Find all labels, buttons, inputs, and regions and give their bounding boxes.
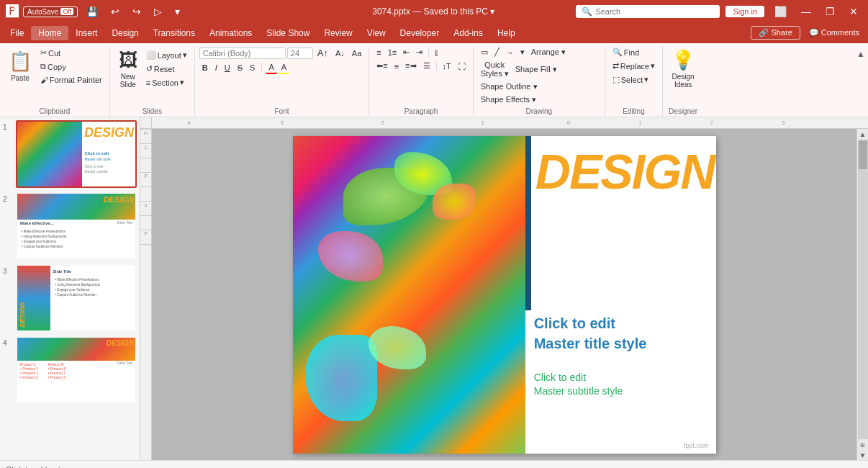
menu-addins[interactable]: Add-ins [446,26,490,40]
design-ideas-button[interactable]: 💡 DesignIdeas [667,46,699,91]
redo-button[interactable]: ↪ [128,4,145,19]
quick-styles-button[interactable]: QuickStyles ▾ [478,59,512,80]
ribbon-collapse[interactable]: ▲ [856,46,868,117]
menu-design[interactable]: Design [104,26,145,40]
share-button[interactable]: 🔗 Share [751,26,800,40]
replace-button[interactable]: ⇄ Replace ▾ [610,60,658,72]
justify-button[interactable]: ☰ [420,60,433,72]
strikethrough-button[interactable]: S [235,62,245,73]
menu-home[interactable]: Home [31,26,68,40]
underline-button[interactable]: U [222,62,233,73]
slide-item-4[interactable]: 4 DESIGN Slide Title Product 1• Product … [3,336,137,404]
menu-help[interactable]: Help [490,26,523,40]
slide-item-2[interactable]: 2 DESIGN Slide Title Make Effective... •… [3,192,137,260]
menu-review[interactable]: Review [317,26,359,40]
comments-button[interactable]: 💬 Comments [803,27,865,39]
shape-outline-button[interactable]: Shape Outline ▾ [478,81,541,93]
decrease-font-button[interactable]: A↓ [333,48,348,59]
autosave-toggle[interactable]: Off [60,8,73,15]
text-direction-btn[interactable]: ↕T [440,60,454,72]
minimize-button[interactable]: — [797,4,815,19]
paste-button[interactable]: 📋 Paste [4,46,36,86]
align-center-button[interactable]: ≡ [392,60,402,72]
slide-item-1[interactable]: 1 DESIGN Click to edit Master title styl… [3,120,137,188]
new-slide-button[interactable]: 🖼 NewSlide [114,46,142,91]
saved-status: — [412,6,423,17]
ruler-mark3: 3 [782,120,785,125]
shape-more-button[interactable]: ▾ [517,46,528,58]
save-button[interactable]: 💾 [82,5,102,19]
shape-fill-button[interactable]: Shape Fill ▾ [512,63,560,76]
autosave-badge[interactable]: AutoSave Off [23,6,78,17]
canvas-area[interactable]: DESIGN Click to edit Master title style … [152,129,856,460]
reset-button[interactable]: ↺ Reset [143,63,190,75]
undo-button[interactable]: ↩ [107,4,124,19]
slide-item-3[interactable]: 3 DESIGN Slide Title • Make Effective Pr… [3,264,137,332]
search-icon: 🔍 [582,6,592,17]
slide-thumb-3[interactable]: DESIGN Slide Title • Make Effective Pres… [16,264,137,332]
menu-file[interactable]: File [3,26,31,40]
select-button[interactable]: ⬚ Select ▾ [610,73,658,86]
slide-thumb-1[interactable]: DESIGN Click to edit Master title style … [16,120,137,188]
canvas-title[interactable]: Click to edit Master title style [534,313,647,354]
decrease-indent-button[interactable]: ⇤ [400,46,412,58]
font-color-button[interactable]: A [266,61,276,74]
format-painter-button[interactable]: 🖌 Format Painter [37,74,105,86]
bold-button[interactable]: B [199,62,211,73]
canvas-subtitle-line2: Master subtitle style [534,384,623,399]
notes-bar[interactable]: Click to add notes [0,460,868,468]
copy-button[interactable]: ⧉ Copy [37,60,105,73]
search-input[interactable] [595,7,714,16]
menu-animations[interactable]: Animations [202,26,259,40]
menu-slideshow[interactable]: Slide Show [259,26,317,40]
format-painter-label: Format Painter [50,76,102,84]
search-box[interactable]: 🔍 [576,5,720,18]
present-button[interactable]: ▷ [150,4,166,19]
increase-font-button[interactable]: A↑ [315,46,331,60]
shape-arrow-button[interactable]: → [503,47,517,58]
font-name-input[interactable] [199,48,286,59]
right-scrollbar[interactable]: ▲ ⊞ ▼ [856,129,868,460]
change-case-button[interactable]: Aa [349,48,364,59]
slide-canvas[interactable]: DESIGN Click to edit Master title style … [293,136,716,454]
cut-button[interactable]: ✂ Cut [37,47,105,59]
scroll-up-button[interactable]: ▲ [858,129,868,139]
slide-panel[interactable]: 1 DESIGN Click to edit Master title styl… [0,117,140,460]
slide-thumb-4[interactable]: DESIGN Slide Title Product 1• Product 1•… [16,336,137,404]
shape-effects-button[interactable]: Shape Effects ▾ [478,94,539,106]
menu-developer[interactable]: Developer [393,26,447,40]
italic-button[interactable]: I [212,62,220,73]
highlight-button[interactable]: A [279,61,289,74]
canvas-subtitle[interactable]: Click to edit Master subtitle style [534,371,623,399]
arrange-button[interactable]: Arrange ▾ [528,46,569,58]
increase-indent-button[interactable]: ⇥ [413,46,425,58]
numbered-list-button[interactable]: 1≡ [385,47,400,58]
zoom-fit-button[interactable]: ⊞ [858,440,868,450]
scroll-track-right[interactable] [858,140,868,439]
restore-button[interactable]: ❐ [821,4,839,19]
layout-button[interactable]: ⬜ Layout ▾ [143,49,190,61]
shape-rect-button[interactable]: ▭ [478,46,491,58]
shape-line-button[interactable]: ╱ [492,46,502,58]
menu-transitions[interactable]: Transitions [146,26,202,40]
drawing-row: ▭ ╱ → ▾ Arrange ▾ QuickStyles ▾ Shape Fi… [478,46,600,106]
menu-insert[interactable]: Insert [68,26,104,40]
find-button[interactable]: 🔍 Find [610,46,658,58]
smart-art-button[interactable]: ⛶ [455,60,469,72]
close-button[interactable]: ✕ [845,4,862,19]
columns-button[interactable]: ⫿ [432,47,442,58]
align-left-button[interactable]: ⬅≡ [374,60,390,72]
bullet-list-button[interactable]: ≡ [374,47,384,58]
section-button[interactable]: ≡ Section ▾ [143,76,190,89]
scroll-thumb-right[interactable] [859,140,867,169]
font-size-input[interactable] [287,48,313,59]
designer-label: Designer [667,106,699,115]
shadow-button[interactable]: S [247,62,258,73]
menu-view[interactable]: View [360,26,393,40]
customize-button[interactable]: ▾ [171,4,184,19]
sign-in-button[interactable]: Sign in [725,6,764,17]
slide-thumb-2[interactable]: DESIGN Slide Title Make Effective... • M… [16,192,137,260]
align-right-button[interactable]: ≡➡ [402,60,419,72]
scroll-down-button[interactable]: ▼ [858,450,868,460]
ribbon-toggle[interactable]: ⬜ [770,4,791,19]
